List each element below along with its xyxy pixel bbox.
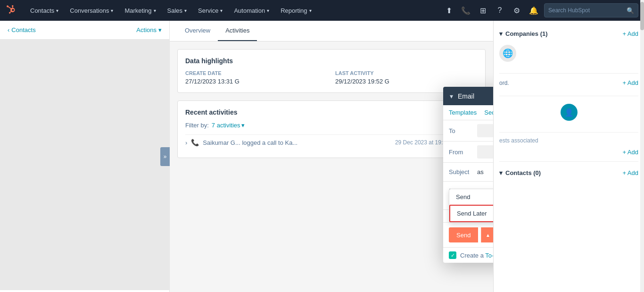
companies-add-link[interactable]: + Add (622, 30, 638, 37)
nav-contacts[interactable]: Contacts ▾ (25, 0, 64, 21)
contacts-section-header: ▾ Contacts (0) + Add (499, 166, 638, 180)
companies-section: ▾ Companies (1) + Add 🌐 (499, 26, 638, 66)
main-content: Overview Activities Data highlights CREA… (170, 21, 493, 292)
modal-header: ▾ Email ⤢ ✕ (443, 87, 493, 105)
companies-title: ▾ Companies (1) (499, 30, 548, 37)
second-add-link-row: + Add (499, 147, 638, 158)
nav-automation[interactable]: Automation ▾ (228, 0, 275, 21)
chevron-down-icon: ▾ (56, 8, 58, 13)
nav-items: Contacts ▾ Conversations ▾ Marketing ▾ S… (25, 0, 317, 21)
search-input[interactable] (548, 7, 624, 14)
upload-icon[interactable]: ⬆ (442, 4, 455, 17)
sidebar-collapse-button[interactable]: » (160, 147, 170, 166)
company-avatar: 🌐 (499, 45, 516, 62)
contacts-title: ▾ Contacts (0) (499, 169, 541, 176)
nav-right: ⬆ 📞 ⊞ ? ⚙ 🔔 🔍 (442, 3, 638, 17)
left-sidebar: ‹ Contacts Actions ▾ » (0, 21, 170, 292)
last-activity-label: LAST ACTIVITY (335, 70, 478, 76)
send-button[interactable]: Send (449, 227, 478, 242)
notifications-icon[interactable]: 🔔 (527, 4, 540, 17)
contacts-breadcrumb-link[interactable]: ‹ Contacts (8, 26, 36, 33)
nav-conversations[interactable]: Conversations ▾ (64, 0, 119, 21)
section-add-link[interactable]: + Add (622, 149, 638, 156)
email-modal: ▾ Email ⤢ ✕ Templates Sequences 🔒 Docume… (443, 87, 493, 263)
user-avatar-icon: 👤 (564, 108, 574, 117)
todo-type-link[interactable]: To-do ▾ (485, 252, 493, 259)
modal-collapse-icon[interactable]: ▾ (450, 92, 453, 100)
templates-link[interactable]: Templates (449, 109, 477, 116)
chevron-left-icon: ‹ (8, 26, 9, 33)
highlights-grid: CREATE DATE 27/12/2023 13:31 G LAST ACTI… (185, 70, 478, 85)
nav-marketing[interactable]: Marketing ▾ (119, 0, 161, 21)
recent-activities-card: Recent activities Filter by: 7 activitie… (177, 100, 486, 158)
modal-actions: Send Send Later Send ▲ 🗑 🖼 📎 Insert ▾ (443, 223, 493, 247)
settings-icon[interactable]: ⚙ (510, 4, 523, 17)
modal-toolbar: Templates Sequences 🔒 Documents Meetings… (443, 105, 493, 120)
sidebar-header: ‹ Contacts Actions ▾ (0, 21, 169, 40)
filter-row: Filter by: 7 activities ▾ (185, 122, 478, 129)
create-date-value: 27/12/2023 13:31 G (185, 78, 239, 85)
requests-text: ests associated (499, 134, 638, 147)
nav-reporting[interactable]: Reporting ▾ (275, 0, 317, 21)
contacts-add-link[interactable]: + Add (622, 169, 638, 176)
marketplace-icon[interactable]: ⊞ (476, 4, 489, 17)
right-scrollbar[interactable] (640, 21, 644, 292)
opportunities-section: ord. + Add (499, 77, 638, 88)
send-later-menu-item[interactable]: Send Later (449, 205, 493, 222)
actions-button[interactable]: Actions ▾ (136, 26, 162, 33)
chevron-down-icon: ▾ (154, 8, 156, 13)
user-avatar-container: 👤 (499, 100, 638, 125)
nav-service[interactable]: Service ▾ (192, 0, 228, 21)
nav-sales[interactable]: Sales ▾ (162, 0, 193, 21)
activity-row: › 📞 Saikumar G... logged a call to Ka...… (185, 134, 478, 150)
divider3 (499, 132, 638, 133)
activities-filter-link[interactable]: 7 activities ▾ (212, 122, 245, 129)
subject-input[interactable] (477, 168, 493, 175)
tab-overview[interactable]: Overview (177, 21, 218, 41)
from-label: From (449, 149, 477, 156)
modal-header-left: ▾ Email (450, 92, 474, 100)
send-menu-item[interactable]: Send (449, 189, 493, 205)
divider2 (499, 96, 638, 96)
to-input[interactable] (477, 124, 493, 137)
tabs-bar: Overview Activities (170, 21, 493, 42)
contacts-section: ▾ Contacts (0) + Add (499, 166, 638, 180)
chevron-down-icon: ▾ (111, 8, 113, 13)
opportunities-add-link[interactable]: + Add (622, 79, 638, 86)
phone-icon[interactable]: 📞 (459, 4, 472, 17)
chevron-down-icon: ▾ (158, 26, 162, 33)
form-to-row: To Cc Bcc (443, 120, 493, 142)
search-bar[interactable]: 🔍 (544, 3, 638, 17)
subject-label: Subject (449, 168, 477, 175)
expand-arrow-icon[interactable]: › (185, 139, 187, 146)
todo-text: Create a To-do ▾ task to follow up (460, 252, 493, 259)
from-input[interactable] (477, 145, 493, 159)
hubspot-logo-icon[interactable] (6, 4, 17, 17)
collapse-icon2[interactable]: ▾ (499, 169, 503, 176)
divider4 (499, 161, 638, 162)
last-activity-item: LAST ACTIVITY 29/12/2023 19:52 G (335, 70, 478, 85)
collapse-icon[interactable]: ▾ (499, 30, 503, 37)
to-input-area (477, 124, 493, 137)
company-avatar-row: 🌐 (499, 41, 638, 66)
chevron-down-icon: ▾ (220, 8, 223, 13)
create-date-label: CREATE DATE (185, 70, 328, 76)
help-icon[interactable]: ? (493, 4, 506, 17)
recent-activities-header: Recent activities (185, 108, 478, 116)
top-navigation: Contacts ▾ Conversations ▾ Marketing ▾ S… (0, 0, 644, 21)
tab-activities[interactable]: Activities (218, 21, 257, 41)
data-highlights-title: Data highlights (185, 57, 478, 65)
data-highlights-card: Data highlights CREATE DATE 27/12/2023 1… (177, 49, 486, 93)
opportunities-text: ord. (499, 80, 509, 86)
filter-by-label: Filter by: (185, 122, 209, 129)
todo-row: ✓ Create a To-do ▾ task to follow up In … (443, 247, 493, 263)
chevron-down-icon: ▾ (184, 8, 187, 13)
scrollbar-thumb (640, 21, 644, 30)
chevron-down-icon: ▾ (267, 8, 269, 13)
right-panel: ▾ Companies (1) + Add 🌐 ord. + Add (493, 21, 644, 292)
chevron-down-icon: ▾ (241, 122, 245, 129)
send-dropdown-toggle[interactable]: ▲ (481, 227, 493, 242)
form-from-row: From (443, 142, 493, 163)
todo-checkbox[interactable]: ✓ (449, 251, 456, 259)
sequences-link[interactable]: Sequences 🔒 (484, 109, 493, 116)
